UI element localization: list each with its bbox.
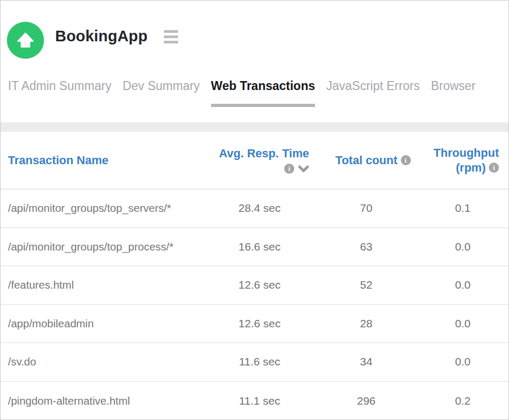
chevron-down-icon <box>298 165 309 173</box>
column-header-transaction-name[interactable]: Transaction Name <box>1 154 204 167</box>
table-row[interactable]: /sv.do 11.6 sec 34 0.0 <box>1 343 508 382</box>
total-count-value: 63 <box>315 240 417 253</box>
total-count-value: 34 <box>315 355 417 368</box>
table-row[interactable]: /features.html 12.6 sec 52 0.0 <box>1 266 508 305</box>
app-logo <box>7 22 44 59</box>
tab-dev-summary[interactable]: Dev Summary <box>122 77 200 110</box>
column-header-label: Total count <box>336 154 398 167</box>
total-count-value: 28 <box>315 317 417 330</box>
divider-band <box>1 122 508 132</box>
transaction-name: /sv.do <box>1 355 204 368</box>
app-window: BookingApp IT Admin Summary Dev Summary … <box>0 0 509 420</box>
page-title: BookingApp <box>55 28 147 45</box>
hamburger-menu-icon[interactable] <box>164 30 178 43</box>
table-row[interactable]: /api/monitor_groups/top_process/* 16.6 s… <box>1 228 508 267</box>
table-row[interactable]: /app/mobileadmin 12.6 sec 28 0.0 <box>1 305 508 344</box>
avg-resp-time-value: 12.6 sec <box>204 317 315 330</box>
info-icon[interactable]: i <box>284 164 294 174</box>
throughput-value: 0.0 <box>417 317 508 330</box>
transaction-name: /pingdom-alternative.html <box>1 395 204 407</box>
info-icon[interactable]: i <box>489 163 499 173</box>
app-header: BookingApp <box>1 1 508 69</box>
total-count-value: 70 <box>315 202 417 215</box>
transaction-name: /api/monitor_groups/top_servers/* <box>1 202 204 215</box>
column-header-throughput[interactable]: Throughput (rpm) i <box>417 146 508 175</box>
total-count-value: 296 <box>315 395 417 407</box>
column-header-label: Throughput <box>417 146 499 160</box>
avg-resp-time-value: 16.6 sec <box>204 240 315 253</box>
avg-resp-time-value: 12.6 sec <box>204 279 315 291</box>
arrow-up-icon <box>16 31 35 50</box>
transaction-name: /app/mobileadmin <box>1 317 204 330</box>
web-transactions-table: Transaction Name Avg. Resp. Time i Total… <box>1 132 508 420</box>
transaction-name: /features.html <box>1 279 204 291</box>
transaction-name: /api/monitor_groups/top_process/* <box>1 240 204 253</box>
total-count-value: 52 <box>315 279 417 291</box>
tab-browser[interactable]: Browser <box>431 77 476 110</box>
tab-web-transactions[interactable]: Web Transactions <box>211 77 315 110</box>
tab-bar: IT Admin Summary Dev Summary Web Transac… <box>8 77 508 110</box>
tab-it-admin-summary[interactable]: IT Admin Summary <box>8 77 111 110</box>
tab-javascript-errors[interactable]: JavaScript Errors <box>326 77 419 110</box>
table-header-row: Transaction Name Avg. Resp. Time i Total… <box>1 132 508 190</box>
column-header-sublabel: (rpm) <box>456 161 486 175</box>
table-row[interactable]: /pingdom-alternative.html 11.1 sec 296 0… <box>1 382 508 420</box>
throughput-value: 0.0 <box>417 355 508 368</box>
throughput-value: 0.0 <box>417 279 508 291</box>
avg-resp-time-value: 28.4 sec <box>204 202 315 215</box>
column-header-avg-resp-time[interactable]: Avg. Resp. Time i <box>204 147 315 174</box>
avg-resp-time-value: 11.6 sec <box>204 355 315 368</box>
throughput-value: 0.2 <box>417 395 508 407</box>
throughput-value: 0.1 <box>417 202 508 215</box>
table-row[interactable]: /api/monitor_groups/top_servers/* 28.4 s… <box>1 190 508 228</box>
column-header-total-count[interactable]: Total count i <box>315 154 417 167</box>
throughput-value: 0.0 <box>417 240 508 253</box>
info-icon[interactable]: i <box>401 155 411 165</box>
column-header-label: Avg. Resp. Time <box>204 147 309 160</box>
avg-resp-time-value: 11.1 sec <box>204 395 315 407</box>
